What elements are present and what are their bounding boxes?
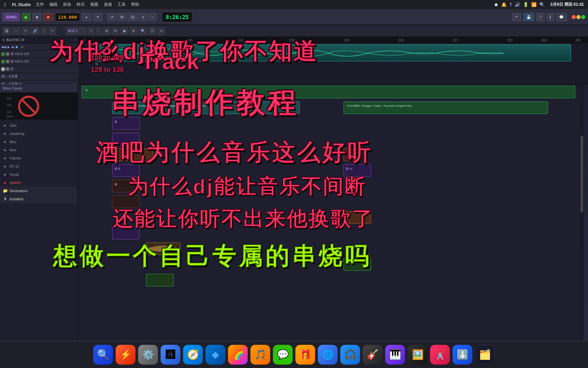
style-dec[interactable]: - (96, 27, 101, 35)
tempo-up[interactable]: ▲ (82, 13, 91, 21)
ch-knob-3[interactable] (6, 67, 10, 71)
edit-btn[interactable]: ✂ (49, 27, 56, 35)
dock-photos[interactable]: 🌈 (228, 345, 248, 365)
plugin-item-misc[interactable]: ▸ Misc (0, 138, 78, 146)
snap-btn[interactable]: ⊡ (149, 27, 156, 35)
plugin-item-visual[interactable]: ▸ Visual (0, 170, 78, 179)
ch-led-3[interactable] (1, 67, 5, 71)
svg-text:145: 145 (187, 39, 193, 42)
view-btn1[interactable]: 🖼 (3, 27, 11, 35)
menu-help[interactable]: 帮助 (131, 2, 139, 7)
dock-browser[interactable]: 🌐 (318, 345, 338, 365)
dock-launchpad[interactable]: ⚡ (116, 345, 135, 365)
window-controls (572, 15, 585, 19)
group-btn[interactable]: ▣ (120, 27, 128, 35)
svg-text:10k: 10k (6, 110, 12, 114)
plugin-group-installed[interactable]: ⬇ Installed (0, 195, 78, 203)
loop-btn[interactable]: ↺ (107, 13, 116, 21)
style-inc[interactable]: + (87, 27, 94, 35)
plugin-label-new: New (10, 148, 16, 152)
menu-file[interactable]: 文件 (36, 2, 44, 7)
dock-appstore[interactable]: 🅰 (161, 345, 180, 365)
svg-rect-30 (344, 149, 361, 161)
channel-window-title: ⬆ 极品串烧工程 × (0, 37, 78, 44)
dock-wechat[interactable]: 💬 (273, 345, 293, 365)
svg-text:通: 通 (114, 120, 117, 123)
download-icon: ⬇️ (457, 349, 469, 360)
dock-keys[interactable]: 🎹 (385, 345, 405, 365)
metro-btn[interactable]: M (117, 13, 127, 21)
dock-edge[interactable]: ◆ (206, 345, 225, 365)
mode-song-btn[interactable]: SONG (3, 13, 20, 21)
dock-cut[interactable]: ✂️ (430, 345, 450, 365)
ch-knob-2[interactable] (6, 60, 10, 64)
scroll-thumb[interactable] (581, 136, 583, 213)
dock-fl[interactable]: 🎵 (250, 345, 270, 365)
tempo-down[interactable]: ▼ (93, 13, 102, 21)
plugin-item-mastering[interactable]: ▸ mastering (0, 129, 78, 138)
svg-rect-38 (344, 211, 371, 224)
menu-view[interactable]: 视图 (90, 2, 98, 7)
launchpad-icon: ⚡ (120, 349, 132, 360)
dock-finder[interactable]: 🔍 (93, 345, 113, 365)
minimize-btn[interactable] (576, 15, 581, 19)
close-btn[interactable] (572, 15, 576, 19)
scroll-vertical[interactable] (580, 85, 584, 341)
stop-btn[interactable]: ■ (33, 13, 41, 21)
dock-photos2[interactable]: 🖼️ (408, 345, 427, 365)
menu-add[interactable]: 添加 (63, 2, 71, 7)
step-btn[interactable]: 32 (128, 13, 138, 21)
type-icon: T (509, 2, 512, 7)
ch-knob-1[interactable] (6, 52, 10, 56)
record-btn[interactable]: ⏺ (43, 13, 53, 21)
undo-btn[interactable]: ↶ (512, 13, 521, 21)
plugin-item-rx10[interactable]: ▸ RX 10 (0, 162, 78, 170)
cw-close[interactable]: × (74, 38, 76, 42)
ch-led-2[interactable] (1, 60, 5, 64)
zoom-btn[interactable]: 🔍 (138, 27, 147, 35)
dock-safari[interactable]: 🧭 (183, 345, 203, 365)
grid-btn[interactable]: ⊞ (103, 27, 110, 35)
plugin-item-new[interactable]: ▸ New (0, 146, 78, 154)
ch-led-1[interactable] (1, 52, 5, 56)
globe-icon: 🌐 (322, 349, 334, 360)
menu-edit[interactable]: 编辑 (49, 2, 58, 7)
menu-style[interactable]: 样式 (77, 2, 85, 7)
plugin-item-gain[interactable]: ▸ Gain (0, 121, 78, 129)
compass-icon: 🧭 (187, 349, 199, 360)
dock-sysprefs[interactable]: ⚙️ (138, 345, 158, 365)
right-toolbar: ↶ 💾 ? ℹ 💬 (512, 13, 585, 21)
svg-rect-29 (112, 149, 153, 161)
save-btn[interactable]: 💾 (523, 13, 534, 21)
dock-tuner[interactable]: 🎸 (363, 345, 382, 365)
tracks-svg: Tr Geo Da Silva & Jack Mazzoni - Na Ru N… (78, 85, 584, 341)
help-icon[interactable]: ? (536, 13, 544, 21)
svg-rect-20 (82, 86, 575, 98)
link-btn[interactable]: 🔗 (31, 27, 39, 35)
dock-download[interactable]: ⬇️ (453, 345, 472, 365)
play-btn[interactable]: ▶ (22, 13, 31, 21)
info-btn[interactable]: ℹ (546, 13, 554, 21)
menu-tools[interactable]: 工具 (117, 2, 126, 7)
plugin-group-generators[interactable]: 📁 Generators (0, 187, 78, 195)
dock-gift[interactable]: 🎁 (295, 345, 315, 365)
plugin-list: ▸ Gain ▸ mastering ▸ Misc ▸ New ▸ Patche… (0, 120, 78, 204)
dock-trash[interactable]: 🗂️ (475, 345, 495, 365)
resize-btn[interactable]: ⇔ (158, 27, 165, 35)
plugin-item-patcher[interactable]: ▸ Patcher (0, 154, 78, 162)
chat-btn[interactable]: 💬 (556, 13, 567, 21)
fx-btn[interactable]: fx (112, 27, 119, 35)
maximize-btn[interactable] (581, 15, 585, 19)
view-btn2[interactable]: → (12, 27, 20, 35)
mute-btn[interactable]: ⊗ (130, 27, 137, 35)
mixer-btn[interactable]: ≡ (139, 13, 147, 21)
dock-audition[interactable]: 🎧 (340, 345, 360, 365)
menu-options[interactable]: 选项 (104, 2, 112, 7)
synth-btn[interactable]: ~ (148, 13, 157, 21)
cursor-btn[interactable]: ↑ (41, 27, 47, 35)
select-btn[interactable]: ✎ (22, 27, 29, 35)
search-icon[interactable]: 🔍 (539, 2, 545, 7)
apple-menu[interactable]:  (4, 2, 6, 7)
plugin-item-delete[interactable]: ▸ (delete) (0, 179, 78, 187)
timeline-ruler: 97 113 129 145 161 209 245 305 337 353 3… (78, 37, 588, 44)
